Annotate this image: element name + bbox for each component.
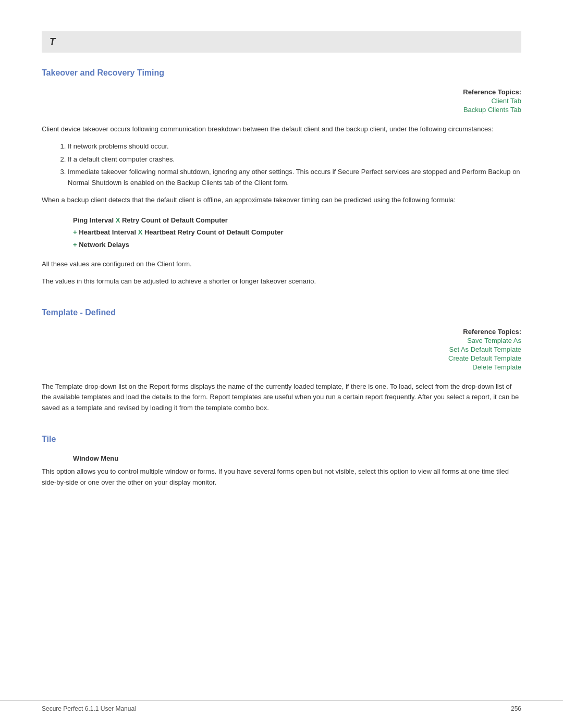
takeover-ref-link-1[interactable]: Client Tab <box>42 97 521 105</box>
formula-plus-1: + <box>73 228 77 236</box>
footer-right: 256 <box>511 705 521 712</box>
formula-line-1: Ping Interval X Retry Count of Default C… <box>73 214 521 226</box>
letter-header: T <box>42 31 521 53</box>
takeover-list: If network problems should occur. If a d… <box>68 141 521 189</box>
template-ref-link-2[interactable]: Set As Default Template <box>42 346 521 353</box>
formula-plus-2: + <box>73 241 77 249</box>
template-reference-label: Reference Topics: <box>463 328 521 336</box>
tile-body: This option allows you to control multip… <box>42 466 521 488</box>
formula-heartbeat-retry: Heartbeat Retry Count of Default Compute… <box>142 228 283 236</box>
page-footer: Secure Perfect 6.1.1 User Manual 256 <box>0 700 563 712</box>
template-ref-link-4[interactable]: Delete Template <box>42 363 521 371</box>
section-takeover: Takeover and Recovery Timing Reference T… <box>42 68 521 287</box>
template-ref-link-1[interactable]: Save Template As <box>42 337 521 344</box>
template-reference-block: Reference Topics: Save Template As Set A… <box>42 328 521 371</box>
formula-block: Ping Interval X Retry Count of Default C… <box>73 214 521 251</box>
list-item-2: If a default client computer crashes. <box>68 154 521 165</box>
section-tile: Tile Window Menu This option allows you … <box>42 435 521 488</box>
takeover-reference-label: Reference Topics: <box>463 88 521 96</box>
page-container: T Takeover and Recovery Timing Reference… <box>0 0 563 728</box>
takeover-heading: Takeover and Recovery Timing <box>42 68 521 78</box>
letter-label: T <box>50 36 55 47</box>
formula-intro: When a backup client detects that the de… <box>42 195 521 206</box>
takeover-ref-link-2[interactable]: Backup Clients Tab <box>42 106 521 114</box>
template-body: The Template drop-down list on the Repor… <box>42 381 521 414</box>
list-item-3: Immediate takeover following normal shut… <box>68 167 521 189</box>
window-menu-heading: Window Menu <box>73 454 521 462</box>
formula-ping-interval: Ping Interval <box>73 216 116 224</box>
formula-heartbeat: Heartbeat Interval <box>77 228 138 236</box>
template-defined-heading: Template - Defined <box>42 308 521 317</box>
footer-left: Secure Perfect 6.1.1 User Manual <box>42 705 136 712</box>
list-item-1: If network problems should occur. <box>68 141 521 152</box>
takeover-body2: The values in this formula can be adjust… <box>42 276 521 287</box>
tile-heading: Tile <box>42 435 521 444</box>
formula-x-2: X <box>138 228 143 236</box>
formula-line-2: + Heartbeat Interval X Heartbeat Retry C… <box>73 226 521 238</box>
formula-network-delays: Network Delays <box>77 241 129 249</box>
takeover-reference-block: Reference Topics: Client Tab Backup Clie… <box>42 88 521 114</box>
formula-retry-count: Retry Count of Default Computer <box>120 216 228 224</box>
formula-x-1: X <box>116 216 120 224</box>
section-template-defined: Template - Defined Reference Topics: Sav… <box>42 308 521 414</box>
takeover-intro: Client device takeover occurs following … <box>42 124 521 135</box>
formula-line-3: + Network Delays <box>73 239 521 251</box>
takeover-body1: All these values are configured on the C… <box>42 259 521 270</box>
template-ref-link-3[interactable]: Create Default Template <box>42 354 521 362</box>
